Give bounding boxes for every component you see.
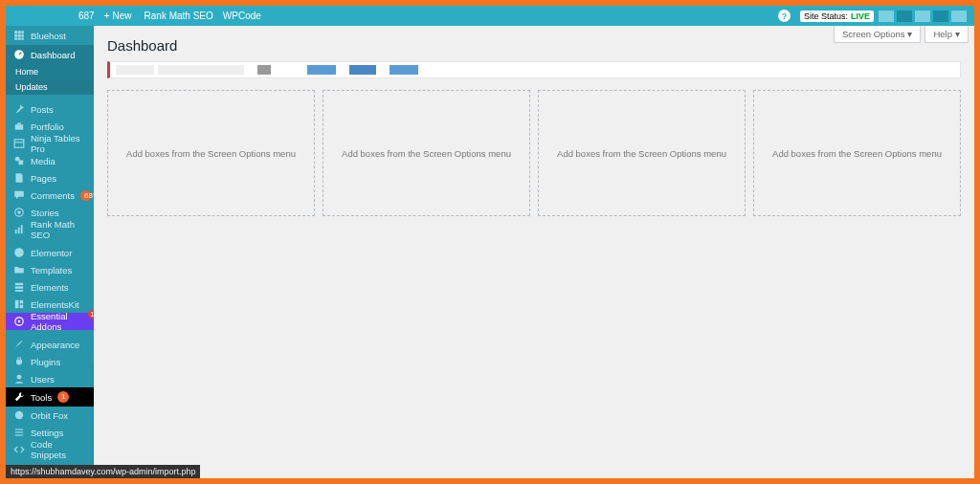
user-tiles[interactable] bbox=[879, 11, 967, 22]
sidebar-sub-home[interactable]: Home bbox=[6, 64, 94, 79]
box-placeholder: Add boxes from the Screen Options menu bbox=[772, 148, 942, 159]
svg-rect-29 bbox=[15, 300, 19, 308]
sidebar-sub-updates[interactable]: Updates bbox=[6, 79, 94, 95]
sidebar-item-templates[interactable]: Templates bbox=[6, 261, 94, 278]
content-area: Screen Options▾ Help▾ Dashboard Add boxe… bbox=[94, 26, 974, 478]
sidebar-item-bluehost[interactable]: Bluehost bbox=[6, 26, 94, 45]
svg-rect-7 bbox=[14, 34, 17, 37]
svg-rect-10 bbox=[14, 37, 17, 39]
svg-rect-19 bbox=[18, 160, 23, 165]
wpcode-bar[interactable]: WPCode bbox=[218, 6, 266, 26]
brush-icon bbox=[13, 339, 25, 350]
comments-count[interactable]: 687 bbox=[71, 6, 100, 26]
sidebar-item-plugins[interactable]: Plugins bbox=[6, 353, 94, 370]
sliders-icon bbox=[13, 427, 25, 438]
page-icon bbox=[13, 172, 25, 184]
user-icon bbox=[13, 373, 25, 385]
table-icon bbox=[13, 138, 25, 149]
site-home[interactable] bbox=[23, 6, 33, 26]
box-placeholder: Add boxes from the Screen Options menu bbox=[126, 148, 296, 159]
svg-point-25 bbox=[14, 248, 24, 257]
sidebar-item-users[interactable]: Users bbox=[6, 370, 94, 387]
svg-rect-9 bbox=[21, 34, 23, 37]
svg-rect-6 bbox=[21, 31, 23, 33]
svg-point-35 bbox=[15, 411, 23, 419]
sidebar-item-rankmath[interactable]: Rank Math SEO bbox=[6, 221, 94, 238]
screen-options-label: Screen Options bbox=[842, 29, 904, 39]
svg-rect-4 bbox=[14, 31, 17, 33]
sidebar-label: Comments bbox=[31, 190, 75, 201]
wrench-icon bbox=[13, 391, 25, 403]
sidebar-label: Code Snippets bbox=[31, 439, 86, 460]
question-icon: ? bbox=[778, 10, 791, 22]
svg-rect-38 bbox=[15, 434, 23, 435]
plus-icon: + bbox=[104, 11, 110, 21]
box-placeholder: Add boxes from the Screen Options menu bbox=[557, 148, 726, 159]
svg-rect-23 bbox=[18, 228, 20, 234]
tools-badge: 1 bbox=[57, 391, 69, 403]
sidebar-label: Plugins bbox=[31, 357, 60, 367]
rankmath-bar[interactable]: Rank Math SEO bbox=[137, 6, 218, 26]
sidebar-label: Bluehost bbox=[31, 31, 66, 41]
sidebar-label: Users bbox=[31, 374, 55, 385]
comments-badge: 687 bbox=[80, 190, 91, 201]
svg-rect-30 bbox=[20, 300, 24, 304]
wp-admin-frame: 687 +New Rank Math SEO WPCode ? Site Sta… bbox=[6, 6, 974, 478]
sidebar-item-pages[interactable]: Pages bbox=[6, 169, 94, 187]
sidebar-label: Updates bbox=[15, 82, 48, 92]
svg-rect-24 bbox=[21, 225, 23, 233]
stories-icon bbox=[13, 207, 25, 218]
svg-rect-22 bbox=[15, 230, 17, 233]
media-icon bbox=[13, 155, 25, 166]
chevron-down-icon: ▾ bbox=[907, 29, 912, 39]
admin-sidebar: Bluehost Dashboard Home Updates Posts Po… bbox=[6, 26, 94, 478]
wpcode-label: WPCode bbox=[223, 11, 261, 21]
box-placeholder: Add boxes from the Screen Options menu bbox=[342, 148, 511, 159]
sidebar-item-essential[interactable]: Essential Addons1 bbox=[6, 313, 94, 330]
sidebar-item-elements[interactable]: Elements bbox=[6, 278, 94, 296]
new-content[interactable]: +New bbox=[100, 6, 137, 26]
sidebar-label: Home bbox=[15, 67, 38, 77]
screen-options-button[interactable]: Screen Options▾ bbox=[834, 26, 921, 43]
dashboard-box: Add boxes from the Screen Options menu bbox=[538, 90, 746, 216]
pin-icon bbox=[13, 103, 25, 115]
code-icon bbox=[13, 444, 25, 455]
admin-bar: 687 +New Rank Math SEO WPCode ? Site Sta… bbox=[6, 6, 974, 26]
sidebar-item-codesnippets[interactable]: Code Snippets bbox=[6, 441, 94, 458]
sidebar-label: Settings bbox=[31, 428, 63, 438]
sidebar-item-tools[interactable]: Tools1 bbox=[6, 387, 94, 407]
sidebar-item-dashboard[interactable]: Dashboard bbox=[6, 45, 94, 64]
help-button[interactable]: Help▾ bbox=[924, 26, 969, 43]
refresh[interactable] bbox=[33, 6, 42, 26]
sidebar-item-posts[interactable]: Posts bbox=[6, 100, 94, 118]
folder-icon bbox=[13, 264, 25, 275]
svg-point-34 bbox=[17, 375, 22, 380]
dashboard-icon bbox=[13, 49, 25, 60]
svg-rect-28 bbox=[15, 290, 23, 292]
dashboard-widgets: Add boxes from the Screen Options menu A… bbox=[94, 90, 974, 216]
site-status[interactable]: Site Status:LIVE bbox=[795, 6, 879, 26]
svg-rect-14 bbox=[15, 124, 23, 129]
sidebar-label: Ninja Tables Pro bbox=[31, 133, 86, 154]
dashboard-box: Add boxes from the Screen Options menu bbox=[107, 90, 315, 216]
sidebar-item-ninja[interactable]: Ninja Tables Pro bbox=[6, 135, 94, 152]
svg-rect-27 bbox=[15, 286, 23, 288]
new-label: New bbox=[113, 11, 132, 21]
svg-rect-11 bbox=[18, 37, 21, 39]
stack-icon bbox=[13, 281, 25, 293]
sidebar-label: Portfolio bbox=[31, 121, 64, 132]
sidebar-item-media[interactable]: Media bbox=[6, 152, 94, 169]
dashboard-box: Add boxes from the Screen Options menu bbox=[753, 90, 961, 216]
chevron-down-icon: ▾ bbox=[955, 29, 960, 39]
sidebar-item-elementor[interactable]: Elementor bbox=[6, 244, 94, 261]
site-status-value: LIVE bbox=[851, 11, 870, 21]
sidebar-item-orbitfox[interactable]: Orbit Fox bbox=[6, 407, 94, 424]
sidebar-label: Appearance bbox=[31, 340, 79, 350]
svg-rect-31 bbox=[20, 305, 24, 309]
wp-logo[interactable] bbox=[13, 6, 23, 26]
sidebar-label: Orbit Fox bbox=[31, 410, 68, 421]
svg-rect-12 bbox=[21, 37, 23, 39]
sidebar-item-appearance[interactable]: Appearance bbox=[6, 336, 94, 353]
sidebar-item-comments[interactable]: Comments687 bbox=[6, 187, 94, 204]
help-bubble[interactable]: ? bbox=[773, 6, 795, 26]
